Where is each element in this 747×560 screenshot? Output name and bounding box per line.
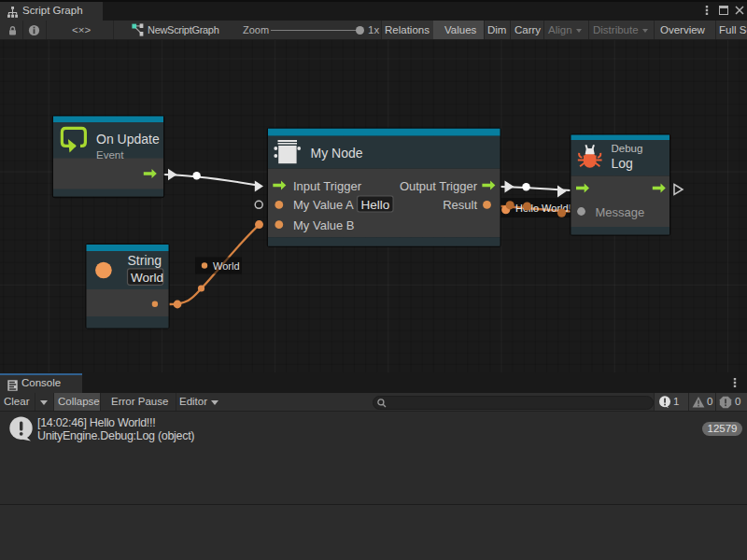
svg-text:Output Trigger: Output Trigger bbox=[400, 179, 478, 193]
svg-text:World: World bbox=[213, 260, 240, 272]
svg-text:On Update: On Update bbox=[96, 132, 160, 147]
svg-text:Result: Result bbox=[443, 198, 477, 212]
svg-text:Hello: Hello bbox=[361, 198, 390, 212]
svg-text:Log: Log bbox=[612, 156, 633, 171]
svg-text:My Node: My Node bbox=[311, 146, 363, 161]
svg-text:World: World bbox=[131, 271, 163, 285]
svg-text:Input Trigger: Input Trigger bbox=[293, 179, 362, 193]
svg-text:Event: Event bbox=[96, 149, 124, 161]
svg-text:My Value A: My Value A bbox=[293, 198, 354, 212]
svg-text:String: String bbox=[128, 253, 162, 268]
svg-text:Message: Message bbox=[596, 205, 645, 219]
svg-text:Debug: Debug bbox=[612, 143, 643, 154]
svg-text:My Value B: My Value B bbox=[293, 218, 355, 232]
